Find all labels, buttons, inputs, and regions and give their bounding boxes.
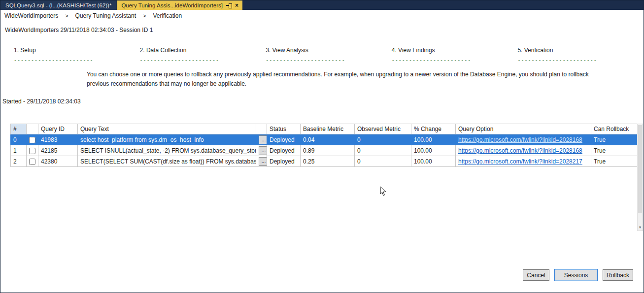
table-row[interactable]: 1 42185 SELECT ISNULL(actual_state, -2) …: [11, 145, 640, 156]
wizard-step-view-analysis: 3. View Analysis -----------------------: [266, 47, 392, 63]
cell-can-rollback: True: [591, 134, 640, 145]
close-icon[interactable]: ×: [235, 2, 238, 8]
cell-query-text: select host_platform from sys.dm_os_host…: [78, 134, 256, 145]
tab-qta-label: Query Tuning Assis...ideWorldImporters]: [121, 2, 223, 8]
wizard-step-view-findings: 4. View Findings -----------------------: [392, 47, 518, 63]
header-query-text[interactable]: Query Text: [78, 124, 256, 134]
grid-header-row: # Query ID Query Text Status Baseline Me…: [11, 124, 640, 134]
cell-status: Deployed: [267, 145, 301, 156]
cell-row-number: 0: [11, 134, 27, 145]
cell-pct-change: 100.00: [411, 134, 456, 145]
breadcrumb-wideworldimporters[interactable]: WideWorldImporters: [4, 12, 58, 19]
step-underline: -----------------------: [266, 57, 392, 63]
cell-pct-change: 100.00: [411, 156, 456, 167]
verification-queries-grid: # Query ID Query Text Status Baseline Me…: [10, 124, 640, 167]
tab-sqlquery3-label: SQLQuery3.sql - (l...(KASHISH\Test (62))…: [5, 2, 111, 8]
rollback-checkbox[interactable]: [29, 148, 35, 154]
step-underline: -----------------------: [517, 57, 644, 63]
query-text-expand-button[interactable]: ...: [259, 135, 267, 144]
cell-row-number: 1: [11, 145, 27, 156]
cell-baseline-metric: 0.25: [301, 156, 355, 167]
cell-row-number: 2: [11, 156, 27, 167]
header-observed-metric[interactable]: Observed Metric: [355, 124, 411, 134]
query-text-expand-button[interactable]: ...: [259, 157, 267, 166]
cell-observed-metric: 0: [355, 156, 411, 167]
tab-query-tuning-assistant[interactable]: Query Tuning Assis...ideWorldImporters] …: [117, 0, 242, 10]
cell-observed-metric: 0: [355, 145, 411, 156]
pin-icon[interactable]: [226, 3, 232, 8]
cancel-button[interactable]: Cancel: [523, 269, 549, 281]
table-row[interactable]: 0 41983 select host_platform from sys.dm…: [11, 134, 640, 145]
cell-query-id: 42185: [38, 145, 78, 156]
wizard-step-setup: 1. Setup -----------------------: [14, 47, 140, 63]
chevron-down-icon: ▼: [639, 226, 642, 229]
header-status[interactable]: Status: [267, 124, 301, 134]
cell-observed-metric: 0: [355, 134, 411, 145]
header-baseline-metric[interactable]: Baseline Metric: [301, 124, 355, 134]
query-option-link[interactable]: https://go.microsoft.com/fwlink/?linkid=…: [458, 147, 582, 154]
header-pct-change[interactable]: % Change: [411, 124, 456, 134]
header-checkbox: [27, 124, 38, 134]
grid-vertical-scrollbar[interactable]: ▼: [637, 124, 643, 231]
cell-query-text: SELECT(SELECT SUM(CAST(df.size as float)…: [78, 156, 256, 167]
scroll-down-button[interactable]: ▼: [638, 224, 643, 230]
qta-window: SQLQuery3.sql - (l...(KASHISH\Test (62))…: [0, 0, 644, 293]
cell-status: Deployed: [267, 134, 301, 145]
cell-baseline-metric: 0.89: [301, 145, 355, 156]
step-label: 1. Setup: [14, 47, 140, 54]
tab-sqlquery3[interactable]: SQLQuery3.sql - (l...(KASHISH\Test (62))…: [0, 0, 116, 10]
breadcrumb-verification[interactable]: Verification: [153, 12, 182, 19]
table-row[interactable]: 2 42380 SELECT(SELECT SUM(CAST(df.size a…: [11, 156, 640, 167]
breadcrumb: WideWorldImporters > Query Tuning Assist…: [0, 10, 644, 22]
cell-can-rollback: True: [591, 145, 640, 156]
step-underline: -----------------------: [140, 57, 266, 63]
cell-status: Deployed: [267, 156, 301, 167]
step-label: 4. View Findings: [392, 47, 518, 54]
step-label: 3. View Analysis: [266, 47, 392, 54]
breadcrumb-separator: >: [143, 13, 146, 19]
cell-can-rollback: True: [591, 156, 640, 167]
scrollbar-thumb[interactable]: [638, 125, 642, 213]
header-can-rollback[interactable]: Can Rollback: [591, 124, 640, 134]
wizard-steps: 1. Setup ----------------------- 2. Data…: [14, 47, 644, 63]
started-timestamp: Started - 29/11/2018 02:34:03: [2, 98, 81, 105]
query-text-expand-button[interactable]: ...: [259, 146, 267, 155]
header-query-id[interactable]: Query ID: [38, 124, 78, 134]
header-ellipsis: [256, 124, 267, 134]
document-tab-bar: SQLQuery3.sql - (l...(KASHISH\Test (62))…: [0, 0, 644, 10]
step-label: 2. Data Collection: [140, 47, 266, 54]
wizard-step-data-collection: 2. Data Collection ---------------------…: [140, 47, 266, 63]
mouse-cursor: [380, 186, 387, 196]
cell-query-id: 42380: [38, 156, 78, 167]
breadcrumb-separator: >: [65, 13, 68, 19]
step-underline: -----------------------: [392, 57, 518, 63]
breadcrumb-query-tuning-assistant[interactable]: Query Tuning Assistant: [75, 12, 136, 19]
step-label: 5. Verification: [517, 47, 644, 54]
rollback-checkbox[interactable]: [29, 137, 35, 143]
step-underline: -----------------------: [14, 57, 140, 63]
session-title: WideWorldImporters 29/11/2018 02:34:03 -…: [5, 27, 153, 33]
query-option-link[interactable]: https://go.microsoft.com/fwlink/?linkid=…: [458, 158, 582, 165]
cell-query-id: 41983: [38, 134, 78, 145]
cell-baseline-metric: 0.04: [301, 134, 355, 145]
cell-query-text: SELECT ISNULL(actual_state, -2) FROM sys…: [78, 145, 256, 156]
verification-description: You can choose one or more queries to ro…: [87, 70, 610, 89]
header-query-option[interactable]: Query Option: [456, 124, 591, 134]
rollback-checkbox[interactable]: [29, 159, 35, 165]
sessions-button[interactable]: Sessions: [554, 269, 598, 281]
cell-pct-change: 100.00: [411, 145, 456, 156]
query-option-link[interactable]: https://go.microsoft.com/fwlink/?linkid=…: [458, 136, 582, 143]
header-row-number: #: [11, 124, 27, 134]
wizard-step-verification: 5. Verification -----------------------: [517, 47, 644, 63]
rollback-button[interactable]: Rollback: [603, 269, 633, 281]
